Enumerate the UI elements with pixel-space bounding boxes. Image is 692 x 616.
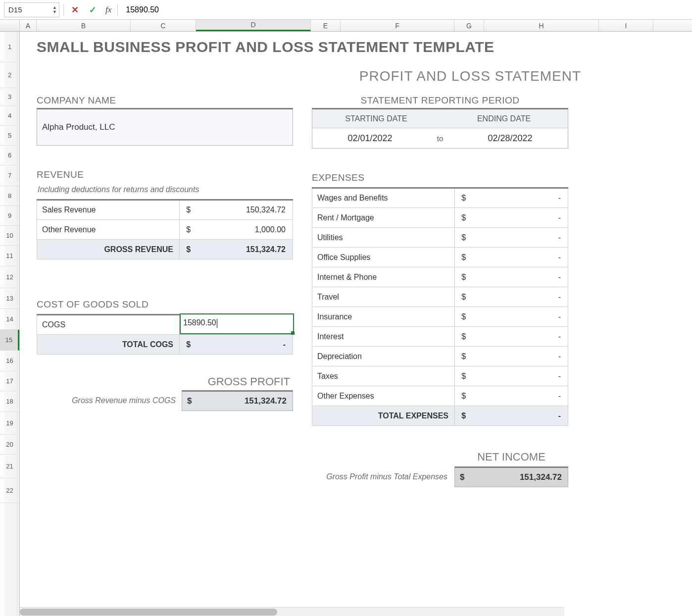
expense-row-label[interactable]: Interest xyxy=(312,327,455,347)
total-cogs-amount: - xyxy=(198,335,293,355)
column-headers: ABCDEFGHI xyxy=(0,20,692,32)
row-header-19[interactable]: 19 xyxy=(0,412,19,435)
cell-reference: D15 xyxy=(8,5,22,14)
revenue-row-label[interactable]: Sales Revenue xyxy=(37,200,180,220)
scrollbar-thumb[interactable] xyxy=(20,609,277,616)
revenue-row-amount[interactable]: 150,324.72 xyxy=(198,200,293,220)
expense-row-amount[interactable]: - xyxy=(473,307,568,327)
gross-profit-cell: $ 151,324.72 xyxy=(182,390,293,411)
expense-row-amount[interactable]: - xyxy=(473,267,568,287)
accept-icon: ✓ xyxy=(89,4,97,15)
currency-symbol: $ xyxy=(455,406,473,426)
cells-area[interactable]: SMALL BUSINESS PROFIT AND LOSS STATEMENT… xyxy=(20,32,692,616)
row-header-18[interactable]: 18 xyxy=(0,391,19,412)
row-header-3[interactable]: 3 xyxy=(0,88,19,106)
revenue-row-label[interactable]: Other Revenue xyxy=(37,220,180,240)
expense-row-label[interactable]: Internet & Phone xyxy=(312,267,455,287)
revenue-row-amount[interactable]: 1,000.00 xyxy=(198,220,293,240)
expense-row-amount[interactable]: - xyxy=(473,366,568,386)
currency-symbol: $ xyxy=(455,188,473,208)
ending-date-cell[interactable]: 02/28/2022 xyxy=(452,133,568,144)
active-cell-editing-text[interactable]: 15890.50 xyxy=(183,318,217,328)
row-header-12[interactable]: 12 xyxy=(0,266,19,288)
row-header-16[interactable]: 16 xyxy=(0,351,19,371)
expense-row-label[interactable]: Rent / Mortgage xyxy=(312,208,455,228)
expense-row-label[interactable]: Travel xyxy=(312,287,455,307)
company-name-box: Alpha Product, LLC xyxy=(37,108,293,146)
row-header-21[interactable]: 21 xyxy=(0,455,19,478)
expense-row-amount[interactable]: - xyxy=(473,287,568,307)
gross-profit-label: GROSS PROFIT xyxy=(37,375,293,388)
expense-row-amount[interactable]: - xyxy=(473,386,568,406)
row-header-4[interactable]: 4 xyxy=(0,106,19,126)
column-header-D[interactable]: D xyxy=(196,20,311,31)
column-header-H[interactable]: H xyxy=(484,20,599,31)
date-range-to: to xyxy=(428,134,452,143)
period-box: STARTING DATE ENDING DATE 02/01/2022 to … xyxy=(312,108,568,149)
expense-row-label[interactable]: Depreciation xyxy=(312,347,455,366)
expense-row-label[interactable]: Wages and Benefits xyxy=(312,188,455,208)
page-subtitle: PROFIT AND LOSS STATEMENT xyxy=(37,68,581,95)
expense-row: Other Expenses$- xyxy=(312,386,568,406)
column-header-I[interactable]: I xyxy=(599,20,653,31)
column-header-F[interactable]: F xyxy=(341,20,454,31)
starting-date-cell[interactable]: 02/01/2022 xyxy=(312,133,428,144)
stepper-down-icon[interactable]: ▼ xyxy=(52,10,57,14)
cogs-row-label[interactable]: COGS xyxy=(37,315,180,335)
row-header-1[interactable]: 1 xyxy=(0,32,19,62)
currency-symbol: $ xyxy=(180,240,198,259)
row-header-6[interactable]: 6 xyxy=(0,146,19,165)
column-header-B[interactable]: B xyxy=(37,20,131,31)
ending-date-label: ENDING DATE xyxy=(440,114,568,123)
gross-revenue-row: GROSS REVENUE $ 151,324.72 xyxy=(37,240,293,259)
cancel-edit-button[interactable]: ✕ xyxy=(68,3,82,17)
expense-row-amount[interactable]: - xyxy=(473,327,568,347)
expense-row-amount[interactable]: - xyxy=(473,188,568,208)
row-header-11[interactable]: 11 xyxy=(0,246,19,266)
currency-symbol: $ xyxy=(455,327,473,347)
revenue-row: Sales Revenue$150,324.72 xyxy=(37,200,293,220)
column-header-A[interactable]: A xyxy=(20,20,37,31)
row-header-13[interactable]: 13 xyxy=(0,288,19,309)
revenue-label: REVENUE xyxy=(37,169,293,182)
expense-row-amount[interactable]: - xyxy=(473,347,568,366)
expense-row-label[interactable]: Insurance xyxy=(312,307,455,327)
total-expenses-amount: - xyxy=(473,406,568,426)
row-header-7[interactable]: 7 xyxy=(0,165,19,186)
row-header-22[interactable]: 22 xyxy=(0,478,19,503)
expense-row-amount[interactable]: - xyxy=(473,228,568,248)
row-header-2[interactable]: 2 xyxy=(0,62,19,88)
row-headers: 12345678910111213141516171819202122 xyxy=(0,32,20,616)
row-header-9[interactable]: 9 xyxy=(0,206,19,226)
expense-row-label[interactable]: Office Supplies xyxy=(312,248,455,267)
fx-label[interactable]: fx xyxy=(103,5,113,15)
gross-profit-amount: 151,324.72 xyxy=(192,396,287,406)
expense-row-label[interactable]: Other Expenses xyxy=(312,386,455,406)
cancel-icon: ✕ xyxy=(71,4,79,15)
name-box[interactable]: D15 ▲ ▼ xyxy=(4,2,59,17)
stepper-up-icon[interactable]: ▲ xyxy=(52,5,57,9)
horizontal-scrollbar[interactable] xyxy=(20,607,564,616)
row-header-14[interactable]: 14 xyxy=(0,309,19,330)
row-header-8[interactable]: 8 xyxy=(0,186,19,206)
company-name-cell[interactable]: Alpha Product, LLC xyxy=(37,109,293,145)
expense-row-label[interactable]: Taxes xyxy=(312,366,455,386)
select-all-corner[interactable] xyxy=(0,20,20,31)
column-header-G[interactable]: G xyxy=(454,20,484,31)
expense-row: Internet & Phone$- xyxy=(312,267,568,287)
accept-edit-button[interactable]: ✓ xyxy=(86,3,99,17)
row-header-17[interactable]: 17 xyxy=(0,371,19,391)
expense-row-amount[interactable]: - xyxy=(473,208,568,228)
name-box-stepper[interactable]: ▲ ▼ xyxy=(52,5,57,14)
row-header-20[interactable]: 20 xyxy=(0,435,19,455)
expense-row-label[interactable]: Utilities xyxy=(312,228,455,248)
formula-input[interactable] xyxy=(122,5,688,14)
row-header-5[interactable]: 5 xyxy=(0,126,19,146)
expense-row-amount[interactable]: - xyxy=(473,248,568,267)
column-header-E[interactable]: E xyxy=(311,20,341,31)
column-header-C[interactable]: C xyxy=(131,20,196,31)
currency-symbol: $ xyxy=(455,347,473,366)
row-header-15[interactable]: 15 xyxy=(0,330,19,351)
currency-symbol: $ xyxy=(455,366,473,386)
row-header-10[interactable]: 10 xyxy=(0,226,19,246)
